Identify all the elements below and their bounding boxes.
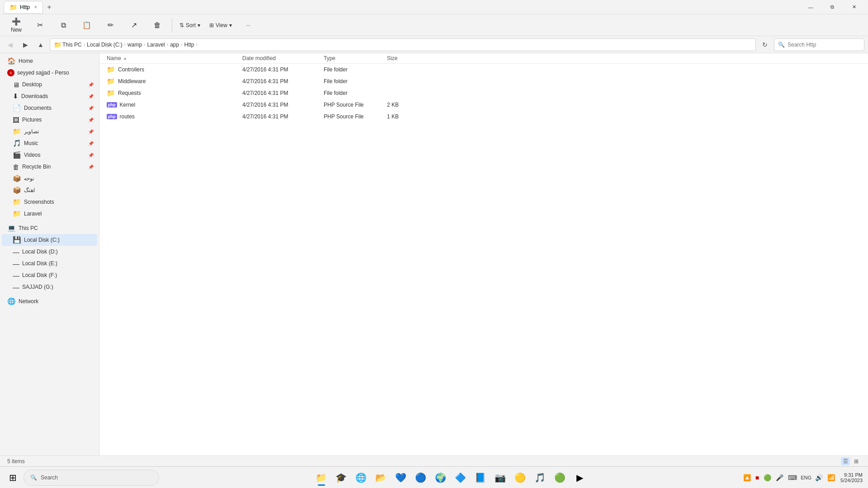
new-tab-button[interactable]: + [43, 1, 56, 14]
taskbar-date-value: 5/24/2023 [840, 478, 863, 483]
breadcrumb-localc[interactable]: Local Disk (C:) [87, 42, 123, 48]
taskbar-app2[interactable]: 🟡 [511, 469, 529, 487]
recycle-icon: 🗑 [13, 163, 19, 171]
rename-button[interactable]: ✏ [99, 16, 121, 34]
taskbar-media-app[interactable]: 🎓 [332, 469, 350, 487]
sidebar-item-network[interactable]: 🌐 Network [2, 296, 97, 307]
delete-button[interactable]: 🗑 [146, 16, 168, 34]
taskbar-media2[interactable]: 📷 [491, 469, 509, 487]
window-controls: — ⧉ ✕ [800, 0, 864, 14]
column-type[interactable]: Type [324, 55, 387, 61]
sidebar-item-tasavir[interactable]: 📁 تصاویر 📌 [2, 126, 97, 137]
taskbar-media3[interactable]: ▶ [571, 469, 589, 487]
file-size: 1 KB [387, 113, 423, 120]
name-sort-icon: ▲ [123, 56, 127, 61]
sidebar-item-laravel[interactable]: 📁 Laravel [2, 208, 97, 220]
network-tray-icon[interactable]: 📶 [826, 473, 836, 482]
sidebar-item-videos[interactable]: 🎬 Videos 📌 [2, 149, 97, 161]
paste-button[interactable]: 📋 [76, 16, 98, 34]
sidebar-item-desktop[interactable]: 🖥 Desktop 📌 [2, 79, 97, 90]
taskbar-word[interactable]: 📘 [472, 469, 490, 487]
view-chevron: ▾ [229, 22, 232, 28]
folder-icon: 📁 [107, 66, 115, 74]
view-button[interactable]: ⊞ View ▾ [206, 16, 236, 34]
sidebar-item-screenshots[interactable]: 📁 Screenshots [2, 196, 97, 208]
table-row[interactable]: 📁 Controllers 4/27/2016 4:31 PM File fol… [99, 64, 868, 75]
table-row[interactable]: php routes 4/27/2016 4:31 PM PHP Source … [99, 111, 868, 122]
close-button[interactable]: ✕ [844, 0, 864, 14]
breadcrumb-laravel[interactable]: Laravel [147, 42, 165, 48]
sidebar-item-locald[interactable]: — Local Disk (D:) [2, 246, 97, 258]
locald-label: Local Disk (D:) [22, 249, 94, 255]
file-name-cell: php Kernel [107, 102, 242, 108]
breadcrumb-bar[interactable]: 📁 This PC › Local Disk (C:) › wamp › Lar… [50, 38, 756, 51]
taskbar-search[interactable]: 🔍 Search [24, 469, 159, 486]
minimize-button[interactable]: — [800, 0, 821, 14]
back-button[interactable]: ◀ [4, 38, 16, 51]
search-input[interactable] [788, 42, 860, 48]
thispc-label: This PC [19, 225, 94, 231]
table-row[interactable]: php Kernel 4/27/2016 4:31 PM PHP Source … [99, 99, 868, 111]
sidebar-item-locale[interactable]: — Local Disk (E:) [2, 258, 97, 269]
keyboard-icon[interactable]: ⌨ [787, 473, 798, 482]
forward-button[interactable]: ▶ [19, 38, 32, 51]
taskbar-file-explorer[interactable]: 📁 [312, 469, 330, 487]
network-label: Network [19, 298, 94, 305]
share-button[interactable]: ↗ [123, 16, 145, 34]
cut-button[interactable]: ✂ [29, 16, 51, 34]
tray-arrow-icon[interactable]: 🔼 [742, 473, 752, 482]
current-tab[interactable]: 📁 Http × [4, 1, 43, 14]
user-icon: S [7, 69, 14, 76]
restore-button[interactable]: ⧉ [822, 0, 843, 14]
table-row[interactable]: 📁 Requests 4/27/2016 4:31 PM File folder [99, 87, 868, 99]
sidebar-item-localc[interactable]: 💾 Local Disk (C:) [2, 234, 97, 246]
sidebar-item-user[interactable]: S seyyed sajjad - Perso [2, 67, 97, 79]
sidebar-item-music[interactable]: 🎵 Music 📌 [2, 137, 97, 149]
breadcrumb-thispc[interactable]: This PC [62, 42, 82, 48]
breadcrumb-app[interactable]: app [170, 42, 179, 48]
file-date: 4/27/2016 4:31 PM [242, 102, 324, 108]
taskbar-clock[interactable]: 9:31 PM 5/24/2023 [839, 472, 864, 483]
taskbar-audio[interactable]: 🎵 [531, 469, 549, 487]
tray-green-icon[interactable]: 🟢 [763, 473, 772, 482]
mic-icon[interactable]: 🎤 [775, 473, 784, 482]
copy-button[interactable]: ⧉ [52, 16, 74, 34]
tab-close-button[interactable]: × [34, 5, 37, 9]
taskbar-chrome[interactable]: 🌐 [352, 469, 370, 487]
sidebar-item-home[interactable]: 🏠 Home [2, 55, 97, 67]
taskbar-app3[interactable]: 🟢 [551, 469, 569, 487]
refresh-button[interactable]: ↻ [759, 38, 771, 51]
column-size[interactable]: Size [387, 55, 423, 61]
sidebar-item-thispc[interactable]: 💻 This PC [2, 222, 97, 234]
taskbar-vscode[interactable]: 💙 [392, 469, 410, 487]
taskbar-folder-app[interactable]: 📂 [372, 469, 390, 487]
sajjad-icon: — [13, 283, 19, 291]
sidebar-item-recycle[interactable]: 🗑 Recycle Bin 📌 [2, 161, 97, 173]
volume-icon[interactable]: 🔊 [814, 473, 824, 482]
sort-button[interactable]: ⇅ Sort ▾ [176, 16, 204, 34]
sidebar-item-ahang[interactable]: 📦 اهنگ [2, 184, 97, 196]
sidebar-item-downloads[interactable]: ⬇ Downloads 📌 [2, 90, 97, 102]
sidebar-item-sajjad[interactable]: — SAJJAD (G:) [2, 281, 97, 293]
taskbar-browser2[interactable]: 🌍 [432, 469, 450, 487]
taskbar-photoshop[interactable]: 🔷 [452, 469, 470, 487]
start-button[interactable]: ⊞ [4, 469, 22, 487]
up-button[interactable]: ▲ [34, 38, 47, 51]
search-box[interactable]: 🔍 [774, 38, 864, 51]
sidebar-item-nohe[interactable]: 📦 نوحه [2, 173, 97, 184]
breadcrumb-wamp[interactable]: wamp [127, 42, 142, 48]
column-date[interactable]: Date modified [242, 55, 324, 61]
tray-red-icon[interactable]: ■ [755, 473, 760, 482]
file-type: PHP Source File [324, 102, 387, 108]
list-view-button[interactable]: ☰ [841, 457, 850, 465]
sidebar-item-pictures[interactable]: 🖼 Pictures 📌 [2, 114, 97, 126]
sidebar-item-localf[interactable]: — Local Disk (F:) [2, 269, 97, 281]
new-button[interactable]: ➕ New [5, 16, 27, 34]
table-row[interactable]: 📁 Middleware 4/27/2016 4:31 PM File fold… [99, 75, 868, 87]
taskbar-edge[interactable]: 🔵 [412, 469, 430, 487]
sidebar-item-documents[interactable]: 📄 Documents 📌 [2, 102, 97, 114]
column-name[interactable]: Name ▲ [107, 55, 242, 61]
grid-view-button[interactable]: ⊞ [852, 457, 861, 465]
breadcrumb-http[interactable]: Http [184, 42, 194, 48]
more-button[interactable]: ··· [237, 16, 259, 34]
